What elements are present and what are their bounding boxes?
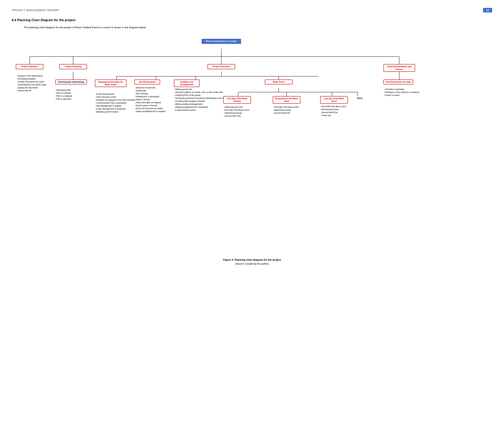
pp-list: Developing Plan Plan is reviewed Plan is… (55, 89, 72, 100)
node-event-label: Event (354, 96, 366, 100)
page: PROJECT MANAGEMENT REPORT 12 6.4 Plannin… (0, 0, 504, 445)
node-last-day: Last Day of the Music Event (320, 96, 348, 104)
node-final-doc: Final documentation and Closure (383, 64, 415, 72)
header: PROJECT MANAGEMENT REPORT 12 (12, 8, 492, 13)
node-selecting-plan: Selecting plan methodology (55, 79, 87, 84)
intro-text: The planning chart diagram for the proje… (24, 26, 492, 29)
second-day-list: First Half of the Music event Refreshmen… (273, 106, 299, 114)
node-site-dev: Site Development (134, 79, 160, 84)
section-title: 6.4 Planning Chart Diagram for the proje… (12, 19, 492, 22)
chart-caption: Figure 3: Planning chart diagram for the… (12, 258, 492, 261)
node-music-event: Music Event (265, 79, 292, 84)
inv-list: Making guests lists Sending invitation v… (174, 88, 227, 111)
page-number: 12 (483, 8, 492, 13)
root-node: Music Festival Event in London (202, 39, 241, 44)
mgmt-list: Scope Development Team Structure is buil… (95, 93, 135, 113)
node-second-day: Second Day of the Music event (273, 96, 300, 104)
first-day-list: Welcoming all to the First Half of the M… (224, 106, 250, 117)
node-project-planning: Project Planning (59, 64, 87, 69)
node-final-docs-made: Final Documents are made (383, 79, 413, 84)
last-day-list: First Half of the Music event Refreshmen… (321, 105, 346, 117)
chart-area: Music Festival Event in London Project I… (12, 35, 492, 252)
node-invitation: Invitation and Arrangements (174, 79, 200, 87)
node-first-day: First Day of the Music Festival (223, 96, 251, 104)
chart-source: (Source: Created by the author) (12, 262, 492, 265)
site-list: Selection of event site Getting Site Sit… (135, 86, 165, 113)
node-project-initiation: Project Initiation (16, 64, 43, 69)
node-mgmt-activities: Management Activities for Music Event (95, 79, 126, 87)
fd-list: Checklist is evaluated Feedbacks of the … (384, 88, 419, 97)
pi-list: Analysis of the requirements Developing … (17, 74, 46, 92)
node-project-execution: Project Execution (208, 64, 235, 69)
header-title: PROJECT MANAGEMENT REPORT (12, 9, 59, 12)
